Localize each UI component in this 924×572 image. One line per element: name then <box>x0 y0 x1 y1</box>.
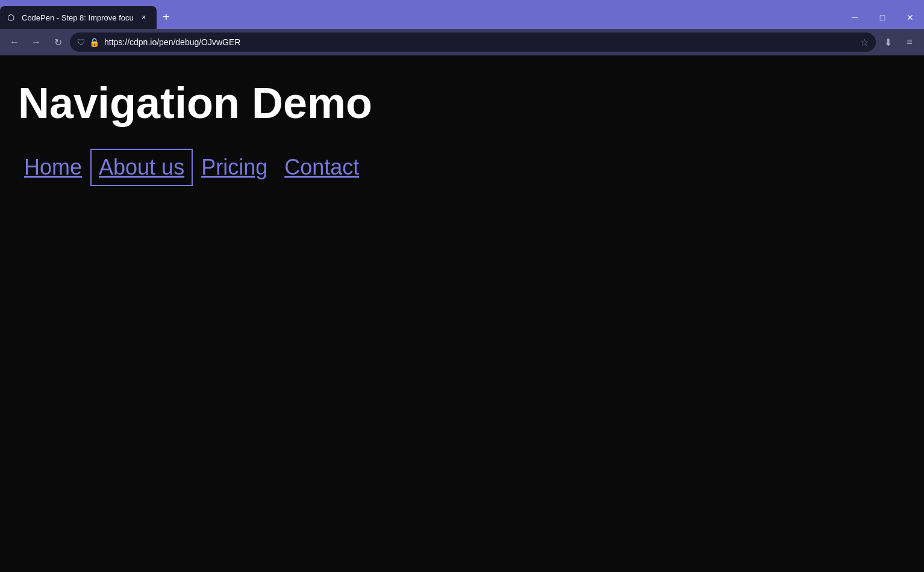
nav-link-pricing[interactable]: Pricing <box>195 151 273 184</box>
close-button[interactable]: ✕ <box>896 6 924 29</box>
nav-links-list: HomeAbout usPricingContact <box>18 151 906 184</box>
tab-favicon-icon: ⬡ <box>7 13 17 22</box>
menu-button[interactable]: ≡ <box>900 33 919 52</box>
forward-button[interactable]: → <box>27 33 46 52</box>
address-bar[interactable]: 🛡 🔒 https://cdpn.io/pen/debug/OJvwGER ☆ <box>70 33 876 52</box>
maximize-button[interactable]: □ <box>869 6 896 29</box>
nav-link-item: Pricing <box>195 151 273 184</box>
window-controls: ─ □ ✕ <box>841 6 924 29</box>
page-title: Navigation Demo <box>18 79 906 127</box>
tab-title: CodePen - Step 8: Improve focu <box>22 13 134 22</box>
nav-right-buttons: ⬇ ≡ <box>878 33 919 52</box>
security-icons: 🛡 🔒 <box>77 37 99 47</box>
navigation-bar: ← → ↻ 🛡 🔒 https://cdpn.io/pen/debug/OJvw… <box>0 29 924 55</box>
nav-link-about-us[interactable]: About us <box>93 151 190 184</box>
active-tab[interactable]: ⬡ CodePen - Step 8: Improve focu × <box>0 6 157 29</box>
nav-link-home[interactable]: Home <box>18 151 88 184</box>
tab-close-button[interactable]: × <box>139 12 149 23</box>
main-navigation: HomeAbout usPricingContact <box>18 151 906 184</box>
back-button[interactable]: ← <box>5 33 24 52</box>
nav-link-item: Home <box>18 151 88 184</box>
page-content: Navigation Demo HomeAbout usPricingConta… <box>0 55 924 572</box>
refresh-button[interactable]: ↻ <box>48 33 67 52</box>
tab-bar: ⬡ CodePen - Step 8: Improve focu × + ─ □… <box>0 0 924 29</box>
url-text: https://cdpn.io/pen/debug/OJvwGER <box>104 37 855 47</box>
new-tab-button[interactable]: + <box>157 7 176 26</box>
lock-icon: 🔒 <box>89 37 99 47</box>
shield-icon: 🛡 <box>77 37 86 47</box>
nav-link-contact[interactable]: Contact <box>278 151 365 184</box>
browser-chrome: ⬡ CodePen - Step 8: Improve focu × + ─ □… <box>0 0 924 55</box>
minimize-button[interactable]: ─ <box>841 6 869 29</box>
nav-link-item: About us <box>93 151 190 184</box>
bookmark-star-icon[interactable]: ☆ <box>860 37 869 48</box>
pocket-button[interactable]: ⬇ <box>878 33 897 52</box>
nav-link-item: Contact <box>278 151 365 184</box>
